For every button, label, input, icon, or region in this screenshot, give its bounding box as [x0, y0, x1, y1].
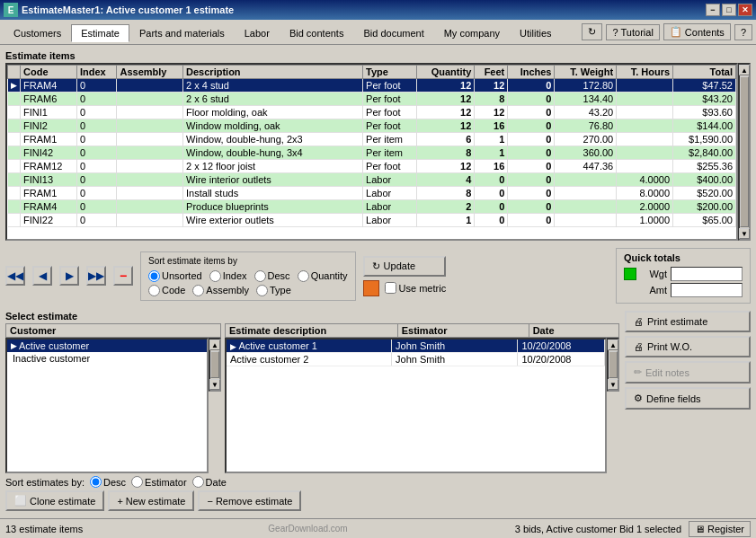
- tab-my-company[interactable]: My company: [434, 24, 510, 41]
- row-index: 0: [76, 146, 117, 160]
- tab-estimate[interactable]: Estimate: [71, 24, 129, 42]
- est-list-scroll: ▶ Active customer 1 John Smith 10/20/200…: [225, 338, 619, 473]
- sort-unsorted[interactable]: Unsorted: [148, 270, 202, 282]
- register-button[interactable]: 🖥 Register: [689, 521, 751, 537]
- amt-input[interactable]: [671, 283, 743, 297]
- table-row[interactable]: FINI13 0 Wire interior outlets Labor 4 0…: [8, 173, 736, 187]
- print-estimate-button[interactable]: 🖨 Print estimate: [625, 311, 751, 332]
- customer-list-body[interactable]: ▶ Active customer Inactive customer: [5, 338, 209, 473]
- sort-est-date[interactable]: Date: [192, 476, 227, 488]
- tab-utilities[interactable]: Utilities: [510, 24, 561, 41]
- update-label: Update: [384, 260, 415, 271]
- row-quantity: 2: [416, 200, 474, 214]
- table-row[interactable]: FRAM1 0 Window, double-hung, 2x3 Per ite…: [8, 133, 736, 146]
- sort-est-desc[interactable]: Desc: [90, 476, 126, 488]
- quick-totals-label: Quick totals: [624, 252, 743, 263]
- remove-estimate-button[interactable]: − Remove estimate: [198, 490, 301, 511]
- wgt-input[interactable]: [671, 267, 743, 281]
- table-row[interactable]: FRAM6 0 2 x 6 stud Per foot 12 8 0 134.4…: [8, 93, 736, 106]
- estimate-list-item[interactable]: Active customer 2 John Smith 10/20/2008: [227, 353, 605, 366]
- cust-scroll-thumb[interactable]: [210, 351, 219, 378]
- row-inches: 0: [508, 146, 555, 160]
- col-arrow: [8, 66, 21, 79]
- table-row[interactable]: FRAM12 0 2 x 12 floor joist Per foot 12 …: [8, 160, 736, 173]
- estimate-list-header: Estimate description Estimator Date: [225, 323, 619, 338]
- clone-estimate-button[interactable]: ⬜ Clone estimate: [5, 490, 104, 511]
- scroll-thumb[interactable]: [740, 76, 749, 227]
- estimate-items-label: Estimate items: [5, 50, 751, 61]
- col-t-hours: T. Hours: [617, 66, 673, 79]
- table-row[interactable]: FINI22 0 Wire exterior outlets Labor 1 0…: [8, 214, 736, 227]
- define-fields-icon: ⚙: [634, 392, 643, 404]
- row-code: FINI13: [21, 173, 77, 187]
- row-description: Floor molding, oak: [183, 106, 363, 119]
- row-description: 2 x 4 stud: [183, 79, 363, 93]
- table-row[interactable]: ▶ FRAM4 0 2 x 4 stud Per foot 12 12 0 17…: [8, 79, 736, 93]
- est-col-estimator: Estimator: [398, 324, 529, 337]
- amt-label: Amt: [640, 285, 667, 295]
- maximize-button[interactable]: □: [722, 4, 736, 16]
- row-total: $200.00: [673, 200, 736, 214]
- col-feet: Feet: [475, 66, 508, 79]
- tab-labor[interactable]: Labor: [235, 24, 280, 41]
- contents-button[interactable]: 📋 Contents: [663, 23, 731, 40]
- customer-scrollbar[interactable]: ▲ ▼: [209, 338, 221, 392]
- est-scroll-thumb[interactable]: [609, 351, 618, 378]
- table-scrollbar[interactable]: ▲ ▼: [738, 63, 751, 241]
- sort-est-estimator[interactable]: Estimator: [131, 476, 186, 488]
- tab-bid-contents[interactable]: Bid contents: [280, 24, 354, 41]
- row-feet: 16: [475, 119, 508, 133]
- nav-next-button[interactable]: ▶: [59, 266, 79, 286]
- sort-assembly[interactable]: Assembly: [192, 285, 249, 296]
- est-scroll-up[interactable]: ▲: [608, 340, 618, 350]
- scroll-down-arrow[interactable]: ▼: [739, 228, 750, 239]
- tab-parts-materials[interactable]: Parts and materials: [129, 24, 235, 41]
- est-scrollbar[interactable]: ▲ ▼: [607, 338, 619, 392]
- print-wo-label: Print W.O.: [647, 341, 692, 352]
- table-row[interactable]: FRAM1 0 Install studs Labor 8 0 0 8.0000…: [8, 187, 736, 200]
- est-scroll-down[interactable]: ▼: [608, 379, 618, 390]
- close-button[interactable]: ✕: [738, 4, 752, 16]
- table-row[interactable]: FINI2 0 Window molding, oak Per foot 12 …: [8, 119, 736, 133]
- edit-notes-label: Edit notes: [645, 367, 689, 378]
- row-t-weight: 134.40: [555, 93, 617, 106]
- tutorial-label: Tutorial: [621, 27, 654, 38]
- row-inches: 0: [508, 133, 555, 146]
- define-fields-button[interactable]: ⚙ Define fields: [625, 387, 751, 410]
- refresh-button[interactable]: ↻: [582, 23, 602, 40]
- edit-notes-button[interactable]: ✏ Edit notes: [625, 361, 751, 384]
- nav-first-button[interactable]: ◀◀: [5, 266, 25, 286]
- customer-list-item[interactable]: ▶ Active customer: [7, 340, 207, 352]
- sort-code[interactable]: Code: [148, 285, 185, 296]
- cust-scroll-down[interactable]: ▼: [209, 379, 220, 390]
- table-row[interactable]: FRAM4 0 Produce blueprints Labor 2 0 0 2…: [8, 200, 736, 214]
- row-total: $2,840.00: [673, 146, 736, 160]
- minimize-button[interactable]: −: [706, 4, 720, 16]
- tab-bid-document[interactable]: Bid document: [353, 24, 433, 41]
- sort-quantity[interactable]: Quantity: [298, 270, 348, 282]
- use-metric-checkbox[interactable]: Use metric: [385, 282, 447, 294]
- print-wo-button[interactable]: 🖨 Print W.O.: [625, 336, 751, 357]
- tab-customers[interactable]: Customers: [4, 24, 71, 41]
- table-row[interactable]: FINI1 0 Floor molding, oak Per foot 12 1…: [8, 106, 736, 119]
- estimate-list-item[interactable]: ▶ Active customer 1 John Smith 10/20/200…: [227, 340, 605, 353]
- customer-list-item[interactable]: Inactive customer: [7, 352, 207, 365]
- scroll-up-arrow[interactable]: ▲: [739, 65, 750, 75]
- row-quantity: 8: [416, 187, 474, 200]
- help-button[interactable]: ?: [734, 24, 752, 40]
- nav-prev-button[interactable]: ◀: [32, 266, 52, 286]
- nav-last-button[interactable]: ▶▶: [86, 266, 106, 286]
- new-estimate-button[interactable]: + New estimate: [108, 490, 194, 511]
- cust-scroll-up[interactable]: ▲: [209, 340, 220, 350]
- sort-index[interactable]: Index: [209, 270, 247, 282]
- estimate-list-body[interactable]: ▶ Active customer 1 John Smith 10/20/200…: [225, 338, 607, 473]
- sort-desc[interactable]: Desc: [254, 270, 290, 282]
- row-t-hours: 4.0000: [617, 173, 673, 187]
- update-button[interactable]: ↻ Update: [363, 256, 447, 277]
- tutorial-button[interactable]: ? Tutorial: [606, 24, 659, 40]
- update-icon: ↻: [372, 260, 380, 272]
- nav-delete-button[interactable]: −: [113, 266, 133, 286]
- table-row[interactable]: FINI42 0 Window, double-hung, 3x4 Per it…: [8, 146, 736, 160]
- row-total: $43.20: [673, 93, 736, 106]
- sort-type[interactable]: Type: [256, 285, 291, 296]
